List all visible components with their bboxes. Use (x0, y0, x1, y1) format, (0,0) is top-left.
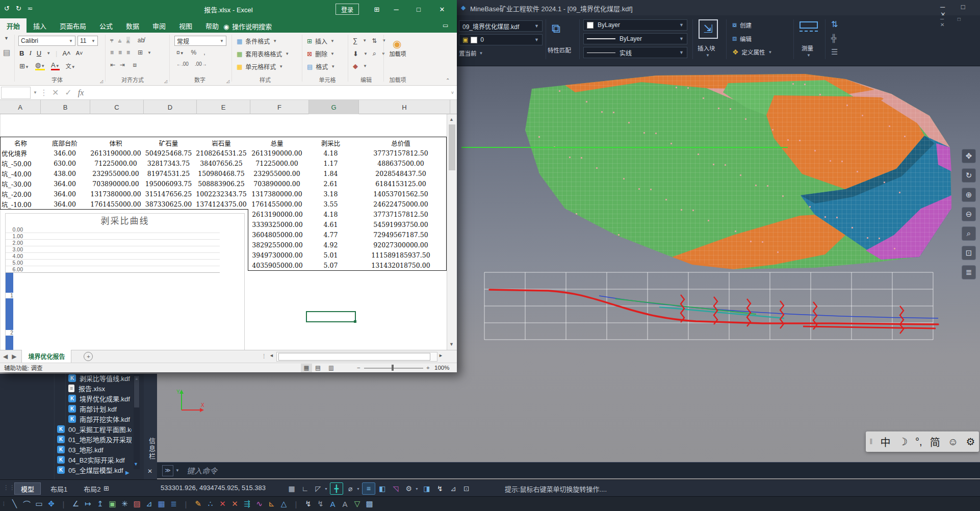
tree-item[interactable]: K南部开挖实体.kdf (68, 414, 132, 424)
valign-buttons[interactable]: ⫧⫨⫠ab̸ (110, 37, 144, 44)
column-header-D[interactable]: D (144, 100, 197, 114)
addin-button[interactable]: 加载项 (389, 51, 407, 58)
ime-emoji-icon[interactable]: ☺ (948, 436, 958, 448)
scroll-up-icon[interactable]: ▲ (449, 117, 454, 122)
tree-item[interactable]: K境界优化成果.kdf (68, 393, 132, 403)
define-attributes-button[interactable]: ❖定义属性▼ (732, 48, 772, 56)
text-icon[interactable]: A (326, 500, 339, 508)
maximize-icon[interactable]: □ (411, 2, 426, 17)
arc-icon[interactable]: ⌒ (20, 499, 33, 509)
hscrollbar-thumb[interactable] (278, 353, 430, 361)
flip-icon[interactable]: ⇅ (831, 19, 838, 29)
crosshair-icon[interactable]: ╬ (831, 34, 837, 42)
angle-icon[interactable]: ∠ (69, 499, 82, 508)
embedded-chart[interactable]: 剥采比曲线0.001.002.003.004.005.006.001234567… (5, 213, 245, 350)
run-icon[interactable]: ↯ (434, 483, 446, 494)
orbit-icon[interactable]: ↻ (962, 168, 976, 183)
check-table-icon[interactable]: ▽ (351, 499, 363, 508)
conditional-format-button[interactable]: ▦条件格式▼ (237, 37, 277, 45)
tree-scrollbar-thumb[interactable]: ≡ (134, 376, 139, 407)
font-size-select[interactable]: 11▼ (78, 36, 98, 46)
match-properties-icon[interactable]: ⧉ (552, 21, 560, 36)
ortho-icon[interactable]: ∟ (299, 483, 311, 494)
burst-icon[interactable]: ✳ (118, 499, 131, 508)
osnap-icon[interactable]: ╋ (330, 482, 343, 495)
dialog-launcher-icon[interactable]: ◿ (226, 79, 229, 84)
cancel-icon[interactable]: ✕ (48, 88, 63, 97)
ribbon-tab-审阅[interactable]: 审阅 (146, 18, 172, 33)
measure-icon[interactable] (800, 21, 818, 29)
pan-icon[interactable]: ✥ (962, 149, 976, 163)
ime-settings-icon[interactable]: ⚙ (966, 436, 975, 448)
info-panel-tab[interactable]: 信息栏 (147, 438, 157, 461)
block-create-button[interactable]: ⧇创建 (732, 20, 752, 29)
dialog-launcher-icon[interactable]: ◿ (164, 79, 167, 84)
tree-item[interactable]: K南部计划.kdf (68, 403, 132, 414)
tree-item[interactable]: K01_地形地质及开采现 (57, 434, 132, 444)
set-current-button[interactable]: 置当前▼ (459, 49, 483, 57)
image-icon[interactable]: ▩ (363, 499, 375, 508)
hatch-icon[interactable]: ▨ (131, 499, 143, 508)
column-header-G[interactable]: G (309, 100, 359, 115)
ribbon-tab-数据[interactable]: 数据 (119, 18, 146, 33)
ime-toolbar[interactable]: ‖中☽°,简☺⚙ (866, 431, 979, 452)
zoom-level[interactable]: 100% (434, 365, 449, 371)
vertical-scrollbar[interactable]: ▲ ▼ (447, 114, 457, 350)
tree-item[interactable]: ≣报告.xlsx (68, 383, 132, 393)
layout-tab-布局1[interactable]: 布局1 (44, 482, 74, 495)
ribbon-tab-帮助[interactable]: 帮助 (199, 18, 225, 33)
linetype-control-dropdown[interactable]: 实线▼ (583, 47, 687, 58)
zoom-window-icon[interactable]: ⌕ (962, 226, 976, 241)
stretch-icon[interactable]: ↥ (94, 499, 106, 508)
layout-tab-模型[interactable]: 模型 (14, 482, 41, 495)
fx-icon[interactable]: fx (74, 88, 88, 97)
ime-simplified-icon[interactable]: 简 (930, 435, 940, 449)
add-sheet-icon[interactable]: + (84, 352, 93, 361)
cube-icon[interactable]: ◨ (421, 483, 433, 494)
view-layout-icon[interactable]: ▤ (315, 364, 321, 371)
curve-icon[interactable]: ∿ (253, 499, 265, 508)
selected-cell[interactable] (306, 311, 356, 322)
scrollbar-thumb[interactable] (449, 124, 455, 170)
ime-lang-button[interactable]: 中 (881, 435, 891, 449)
ribbon-tab-页面布局[interactable]: 页面布局 (53, 18, 93, 33)
line-icon[interactable]: ╲ (8, 499, 20, 508)
points-icon[interactable]: ∴ (204, 499, 216, 508)
enter-icon[interactable]: ✓ (63, 88, 73, 97)
tree-item[interactable]: K03_地形.kdf (57, 444, 132, 454)
zoom-slider[interactable] (364, 368, 423, 369)
comment-icon[interactable]: ▭ (443, 22, 448, 29)
command-bar[interactable]: ≫ ▼ 键入命令 (157, 462, 980, 478)
slope-icon[interactable]: ⊿ (143, 499, 155, 508)
collapse-ribbon-icon[interactable]: ⌃ (446, 78, 450, 83)
sheet-nav-left-icon[interactable]: ◀ (3, 353, 8, 360)
hscroll-right-icon[interactable]: ► (439, 353, 443, 358)
text2-icon[interactable]: A (339, 500, 351, 508)
format-cells-button[interactable]: ▤格式▼ (307, 62, 335, 71)
layers-icon[interactable]: ▣ (106, 499, 118, 508)
chart-icon[interactable]: ≣ (167, 499, 179, 508)
steps-icon[interactable]: ⇶ (241, 499, 253, 508)
command-input[interactable]: 键入命令 (187, 465, 217, 476)
font-extra-buttons[interactable]: ⊞▼ ◍▼ A▼ 文▼ (19, 61, 75, 70)
column-header-B[interactable]: B (41, 100, 90, 114)
new-layout-button[interactable]: ⊞ (100, 482, 113, 494)
hscroll-left-icon[interactable]: ◄ (269, 353, 274, 358)
autosum-button[interactable]: ∑▼⇅▼ (353, 37, 386, 44)
brush-icon[interactable]: ✎ (192, 499, 204, 508)
zoom-in-icon[interactable]: ⊕ (962, 188, 976, 202)
tree-item[interactable]: K04_B2实际开采.kdf (57, 454, 132, 465)
number-buttons[interactable]: ¤▼%, (176, 49, 205, 56)
login-button[interactable]: 登录 (336, 4, 359, 15)
font-name-select[interactable]: Calibri▼ (18, 36, 75, 46)
fill-handle[interactable] (354, 320, 356, 323)
minimize-icon[interactable]: ─ (389, 2, 404, 17)
delete-x-icon[interactable]: ✕ (216, 499, 228, 508)
block-edit-button[interactable]: ⧈编辑 (732, 34, 752, 43)
iso-icon[interactable]: ◧ (376, 483, 389, 494)
settings-icon[interactable]: ⚙ (403, 483, 415, 494)
ribbon-tab-视图[interactable]: 视图 (172, 18, 199, 33)
indent-buttons[interactable]: ⇤⇥⧈ (110, 61, 137, 68)
ribbon-tab-开始[interactable]: 开始 (0, 18, 27, 33)
move-icon[interactable]: ✥ (45, 499, 57, 508)
